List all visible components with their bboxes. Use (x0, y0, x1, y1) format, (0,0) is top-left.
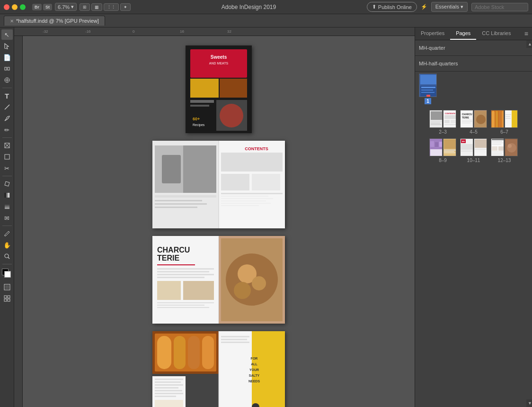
bridge-icon-button[interactable]: Br (32, 4, 42, 10)
color-swatches[interactable] (2, 269, 12, 279)
direct-selection-tool[interactable] (1, 41, 13, 51)
toggle-display-mode[interactable] (1, 282, 13, 292)
tab-pages[interactable]: Pages (450, 27, 476, 40)
pencil-tool[interactable]: ✏ (1, 125, 13, 135)
page-thumb-12-13[interactable]: 12–13 (491, 138, 518, 163)
svg-rect-205 (502, 111, 504, 128)
svg-rect-81 (155, 379, 183, 380)
svg-rect-45 (252, 174, 280, 190)
zoom-control[interactable]: 6.7% ▾ (55, 3, 77, 11)
tab-bar: ✕ *halfstuff.indd @ 7% [GPU Preview] (0, 14, 532, 27)
panel-tabs: Properties Pages CC Libraries ≡ (415, 27, 532, 40)
view-mode-3[interactable]: ⋮⋮ (104, 3, 119, 11)
gradient-swatch-tool[interactable] (1, 190, 13, 200)
master-mh-half-quarters[interactable]: MH-half-quarters (419, 60, 458, 67)
canvas-area[interactable]: -32 -16 0 16 32 (14, 27, 415, 407)
svg-rect-234 (492, 139, 504, 140)
page-thumb-8 (429, 138, 443, 156)
svg-rect-0 (5, 67, 7, 70)
svg-rect-49 (221, 200, 266, 201)
svg-rect-230 (475, 149, 487, 150)
svg-rect-197 (462, 123, 470, 123)
svg-rect-212 (430, 141, 434, 147)
stock-icon-button[interactable]: St (43, 4, 52, 10)
view-mode-1[interactable]: ⊞ (80, 3, 90, 11)
tab-properties[interactable]: Properties (415, 27, 450, 40)
tool-separator-2 (2, 137, 12, 138)
page-thumb-4-5[interactable]: CHARCU TERIE (460, 110, 487, 135)
main-area: ↖ 📄 T ✏ ✂ (0, 27, 532, 407)
svg-rect-25 (190, 79, 219, 98)
svg-rect-186 (444, 115, 456, 119)
gap-tool[interactable] (1, 63, 13, 74)
panel-menu-icon[interactable]: ≡ (521, 28, 532, 39)
view-mode-4[interactable]: ✦ (120, 3, 131, 11)
background-color[interactable] (4, 271, 11, 278)
page-spread-1[interactable]: Sweets AND MEATS 60+ Recipes (186, 45, 252, 133)
tab-cc-libraries[interactable]: CC Libraries (476, 27, 516, 40)
svg-rect-237 (492, 144, 501, 145)
scroll-up-button[interactable]: ▲ (526, 40, 532, 48)
frame-mode-button[interactable] (1, 293, 13, 304)
page-label-4-5: 4–5 (470, 129, 478, 135)
page-spread-6-7[interactable]: FOR ALL YOUR SALTY NEEDS (152, 331, 285, 407)
rectangle-tool[interactable] (1, 152, 13, 162)
svg-text:60+: 60+ (193, 117, 200, 121)
note-tool[interactable]: ✉ (1, 213, 13, 223)
svg-rect-210 (505, 118, 511, 119)
essentials-label: Essentials (435, 4, 459, 9)
svg-point-246 (508, 144, 512, 148)
zoom-tool[interactable] (1, 251, 13, 262)
svg-rect-202 (492, 111, 495, 128)
canvas-with-ruler: -32 -16 0 16 32 (14, 27, 415, 407)
svg-rect-51 (221, 205, 259, 206)
pen-tool[interactable] (1, 113, 13, 124)
svg-rect-232 (475, 152, 486, 152)
essentials-chevron-icon: ▾ (461, 4, 463, 9)
lightning-icon: ⚡ (421, 4, 427, 10)
gradient-feather-tool[interactable] (1, 201, 13, 212)
content-collector-tool[interactable] (1, 75, 13, 85)
scissors-tool[interactable]: ✂ (1, 163, 13, 173)
svg-rect-238 (492, 146, 497, 151)
minimize-button[interactable] (12, 4, 18, 10)
search-input[interactable] (471, 3, 528, 11)
publish-icon: ⬆ (372, 4, 376, 10)
page-thumb-10-11[interactable]: MH (460, 138, 487, 163)
text-tool[interactable]: T (1, 90, 13, 101)
page-thumb-2-3[interactable]: CONTENTS 2–3 (429, 110, 456, 135)
svg-text:CHARCU: CHARCU (157, 246, 190, 254)
scroll-down-button[interactable]: ▼ (526, 399, 532, 407)
rectangle-frame-tool[interactable] (1, 140, 13, 151)
page-spread-4-5[interactable]: CHARCU TERIE (152, 236, 285, 324)
svg-text:SALTY: SALTY (249, 374, 260, 377)
maximize-button[interactable] (20, 4, 26, 10)
svg-rect-64 (157, 305, 204, 306)
master-thumb-quarter[interactable]: 1 (419, 73, 437, 104)
svg-text:CHARCU: CHARCU (462, 113, 472, 116)
pages-grid: CONTENTS 2–3 (415, 106, 532, 167)
page-spread-2-3[interactable]: CONTENTS (152, 141, 285, 228)
eyedropper-tool[interactable] (1, 228, 13, 239)
page-tool[interactable]: 📄 (1, 52, 13, 63)
selection-tool[interactable]: ↖ (1, 29, 13, 40)
svg-rect-10 (5, 181, 9, 186)
svg-rect-187 (444, 120, 450, 123)
page-thumb-8-9[interactable]: 8–9 (429, 138, 456, 163)
document-tab[interactable]: ✕ *halfstuff.indd @ 7% [GPU Preview] (4, 16, 105, 26)
panel-scroll[interactable]: MH-quarter MH-half-quarters (415, 40, 532, 407)
free-transform-tool[interactable] (1, 179, 13, 189)
essentials-button[interactable]: Essentials ▾ (431, 2, 468, 12)
view-mode-2[interactable]: ▦ (91, 3, 102, 11)
svg-rect-84 (155, 387, 178, 389)
hand-tool[interactable]: ✋ (1, 240, 13, 250)
svg-rect-65 (157, 307, 209, 308)
master-mh-quarter[interactable]: MH-quarter (419, 44, 528, 52)
close-button[interactable] (4, 4, 9, 10)
tab-close-icon[interactable]: ✕ (10, 18, 14, 24)
page-thumb-6-7[interactable]: 6–7 (491, 110, 518, 135)
svg-rect-9 (5, 154, 9, 159)
publish-online-button[interactable]: ⬆ Publish Online (367, 2, 417, 12)
line-tool[interactable] (1, 102, 13, 112)
svg-point-200 (476, 115, 486, 124)
